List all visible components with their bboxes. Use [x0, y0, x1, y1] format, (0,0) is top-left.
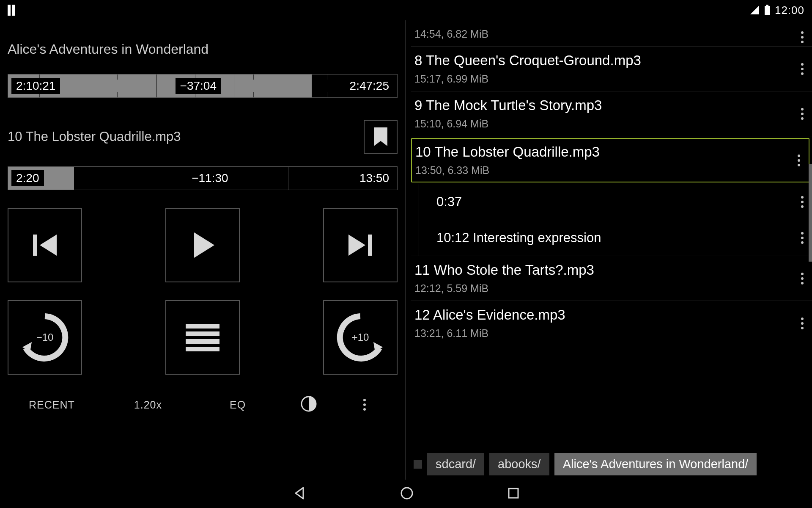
playlist-button[interactable] [165, 300, 240, 375]
breadcrumb-abooks[interactable]: abooks/ [489, 453, 549, 475]
kebab-icon [801, 318, 804, 329]
skip-previous-icon [28, 228, 62, 262]
forward-label: +10 [352, 331, 369, 343]
more-button[interactable] [363, 399, 366, 411]
rewind-label: −10 [36, 331, 54, 343]
contrast-icon [301, 396, 317, 412]
kebab-icon [801, 108, 804, 120]
rewind-button[interactable]: −10 [8, 300, 82, 375]
kebab-icon [801, 232, 804, 244]
track-more-button[interactable] [801, 273, 804, 284]
track-more-button[interactable] [801, 31, 804, 43]
svg-rect-4 [186, 324, 219, 329]
bookmark-item[interactable]: 0:37 [411, 184, 812, 220]
forward-button[interactable]: +10 [323, 300, 398, 375]
scrollbar-thumb[interactable] [809, 164, 812, 262]
track-more-button[interactable] [798, 155, 800, 166]
current-file-name: 10 The Lobster Quadrille.mp3 [8, 129, 364, 144]
track-item[interactable]: 12 Alice's Evidence.mp3 13:21, 6.11 MiB [411, 301, 812, 345]
track-more-button[interactable] [801, 108, 804, 120]
pause-icon [8, 5, 15, 16]
svg-rect-5 [186, 331, 219, 336]
svg-rect-2 [33, 235, 37, 256]
bookmark-icon [372, 127, 389, 147]
track-title: 9 The Mock Turtle's Story.mp3 [414, 97, 802, 113]
overall-total: 2:47:25 [345, 78, 394, 94]
kebab-icon [801, 63, 804, 75]
bookmark-button[interactable] [364, 120, 398, 154]
speed-button[interactable]: 1.20x [134, 399, 162, 411]
recent-button[interactable]: RECENT [29, 399, 75, 411]
track-item[interactable]: 14:54, 6.82 MiB [411, 28, 812, 47]
home-icon [400, 486, 414, 500]
chapter-remaining: −11:30 [187, 170, 233, 186]
track-list[interactable]: 14:54, 6.82 MiB 8 The Queen's Croquet-Gr… [411, 20, 812, 449]
track-title: 10 The Lobster Quadrille.mp3 [415, 144, 801, 160]
home-button[interactable] [400, 486, 414, 502]
kebab-icon [801, 31, 804, 43]
svg-rect-1 [765, 6, 770, 15]
track-meta: 13:50, 6.33 MiB [415, 164, 801, 177]
skip-next-icon [343, 228, 377, 262]
svg-rect-7 [186, 347, 219, 351]
svg-rect-6 [186, 339, 219, 344]
svg-rect-10 [509, 489, 518, 498]
breadcrumb-root[interactable] [414, 460, 422, 469]
track-meta: 15:10, 6.94 MiB [414, 118, 802, 130]
overall-remaining: −37:04 [176, 78, 221, 94]
next-button[interactable] [323, 208, 398, 282]
bottom-toolbar: RECENT 1.20x EQ [8, 390, 398, 420]
svg-rect-3 [368, 235, 372, 256]
svg-point-9 [401, 488, 412, 499]
track-item[interactable]: 9 The Mock Turtle's Story.mp3 15:10, 6.9… [411, 91, 812, 136]
bookmark-more-button[interactable] [801, 196, 804, 208]
track-more-button[interactable] [801, 318, 804, 329]
kebab-icon [801, 196, 804, 208]
android-navbar [0, 480, 812, 508]
square-icon [507, 487, 520, 500]
breadcrumb-current[interactable]: Alice's Adventures in Wonderland/ [554, 453, 757, 475]
track-more-button[interactable] [801, 63, 804, 75]
breadcrumb: sdcard/ abooks/ Alice's Adventures in Wo… [411, 449, 812, 480]
play-button[interactable] [165, 208, 240, 282]
kebab-icon [363, 399, 366, 411]
previous-button[interactable] [8, 208, 82, 282]
track-title: 12 Alice's Evidence.mp3 [414, 307, 802, 323]
status-bar: 12:00 [0, 0, 812, 20]
status-clock: 12:00 [775, 4, 804, 17]
track-title: 8 The Queen's Croquet-Ground.mp3 [414, 52, 802, 69]
bookmark-label: 10:12 Interesting expression [436, 230, 601, 245]
player-panel: Alice's Adventures in Wonderland 2:10:21… [0, 20, 406, 480]
book-title: Alice's Adventures in Wonderland [8, 41, 398, 57]
track-meta: 14:54, 6.82 MiB [414, 28, 802, 40]
battery-icon [764, 5, 771, 16]
svg-rect-0 [766, 5, 768, 6]
track-meta: 13:21, 6.11 MiB [414, 327, 802, 340]
chapter-total: 13:50 [355, 170, 394, 186]
back-button[interactable] [292, 486, 307, 502]
kebab-icon [798, 155, 800, 166]
contrast-button[interactable] [301, 396, 317, 414]
track-item[interactable]: 11 Who Stole the Tarts?.mp3 12:12, 5.59 … [411, 256, 812, 301]
overall-elapsed: 2:10:21 [11, 78, 60, 94]
track-item-current[interactable]: 10 The Lobster Quadrille.mp3 13:50, 6.33… [411, 138, 809, 182]
track-title: 11 Who Stole the Tarts?.mp3 [414, 262, 802, 278]
playlist-panel: 14:54, 6.82 MiB 8 The Queen's Croquet-Gr… [406, 20, 812, 480]
track-item[interactable]: 8 The Queen's Croquet-Ground.mp3 15:17, … [411, 47, 812, 91]
overall-progress-bar[interactable]: 2:10:21 −37:04 2:47:25 [8, 74, 398, 98]
bookmark-more-button[interactable] [801, 232, 804, 244]
bookmark-item[interactable]: 10:12 Interesting expression [411, 220, 812, 256]
kebab-icon [801, 273, 804, 284]
chapter-elapsed: 2:20 [11, 170, 44, 186]
chapter-progress-bar[interactable]: 2:20 −11:30 13:50 [8, 166, 398, 190]
track-meta: 12:12, 5.59 MiB [414, 282, 802, 295]
bookmark-label: 0:37 [436, 194, 462, 209]
eq-button[interactable]: EQ [230, 399, 246, 411]
play-icon [186, 228, 219, 262]
recents-button[interactable] [507, 487, 520, 501]
track-meta: 15:17, 6.99 MiB [414, 73, 802, 85]
list-icon [181, 320, 224, 354]
signal-icon [749, 5, 760, 15]
breadcrumb-sdcard[interactable]: sdcard/ [427, 453, 484, 475]
back-icon [292, 486, 307, 500]
